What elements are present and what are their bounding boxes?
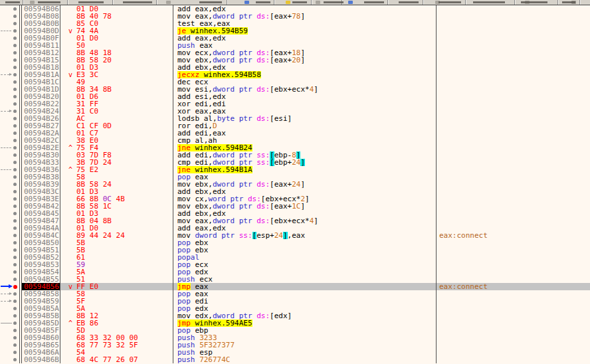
comment-cell[interactable] <box>437 64 590 71</box>
gutter-cell[interactable] <box>0 93 20 100</box>
disasm-row[interactable]: 00594B333B 7D 24cmp edi,dword ptr ss:[eb… <box>0 159 590 166</box>
bytes-cell[interactable]: 03 7D F8 <box>60 151 173 159</box>
bytes-cell[interactable]: 8B 48 18 <box>60 49 173 56</box>
disasm-row[interactable]: 00594B088B 40 78mov eax,dword ptr ds:[ea… <box>0 13 590 20</box>
address-cell[interactable]: 00594B18 <box>22 64 60 71</box>
instruction-cell[interactable]: pop ebx <box>173 239 437 246</box>
gutter-cell[interactable] <box>0 122 20 130</box>
disasm-row[interactable]: 00594B6568 77 73 32 5Fpush 5F327377 <box>0 341 590 349</box>
address-cell[interactable]: 00594B5B <box>22 312 60 319</box>
breakpoint-dot[interactable] <box>13 175 17 179</box>
instruction-cell[interactable]: add ebx,edx <box>173 64 437 71</box>
disasm-row[interactable]: 00594B3C01 D3add ebx,edx <box>0 188 590 195</box>
comment-cell[interactable] <box>437 254 590 261</box>
comment-cell[interactable] <box>437 56 590 64</box>
instruction-cell[interactable]: add ebx,edx <box>173 210 437 217</box>
address-cell[interactable]: 00594B24 <box>22 108 60 115</box>
address-cell[interactable]: 00594B55 <box>22 276 60 283</box>
breakpoint-dot[interactable] <box>13 37 17 40</box>
instruction-cell[interactable]: jne winhex.594B1A <box>173 166 437 173</box>
gutter-cell[interactable] <box>0 327 20 334</box>
bytes-cell[interactable]: 85 C0 <box>60 20 173 27</box>
comment-cell[interactable] <box>437 181 590 188</box>
comment-cell[interactable] <box>437 86 590 93</box>
instruction-cell[interactable]: add edi,dword ptr ss:[ebp-8] <box>173 151 437 159</box>
breakpoint-dot[interactable] <box>13 161 17 164</box>
bytes-cell[interactable]: 01 D3 <box>60 64 173 71</box>
gutter-cell[interactable] <box>0 181 20 188</box>
bytes-cell[interactable]: 51 <box>60 276 173 283</box>
bytes-cell[interactable]: 31 FF <box>60 100 173 108</box>
gutter-cell[interactable] <box>0 239 20 246</box>
bytes-cell[interactable]: 89 44 24 24 <box>60 232 173 239</box>
bytes-cell[interactable]: 5B <box>60 246 173 254</box>
address-cell[interactable]: 00594B2C <box>22 137 60 144</box>
disasm-row[interactable]: 00594B428B 58 1Cmov ebx,dword ptr ds:[ea… <box>0 203 590 210</box>
bytes-cell[interactable]: ^EB 86 <box>60 319 173 327</box>
instruction-cell[interactable]: cmp edi,dword ptr ss:[ebp+24] <box>173 159 437 166</box>
address-cell[interactable]: 00594B65 <box>22 341 60 349</box>
instruction-cell[interactable]: mov ebx,dword ptr ds:[eax+24] <box>173 181 437 188</box>
instruction-cell[interactable]: jmp eax <box>173 283 437 290</box>
address-cell[interactable]: 00594B0F <box>22 35 60 42</box>
address-cell[interactable]: 00594B1D <box>22 86 60 93</box>
disasm-row[interactable]: 00594B2431 C0xor eax,eax <box>0 108 590 115</box>
comment-cell[interactable] <box>437 349 590 356</box>
bytes-cell[interactable]: 01 D0 <box>60 225 173 232</box>
comment-cell[interactable] <box>437 217 590 225</box>
bytes-cell[interactable]: 01 C7 <box>60 130 173 137</box>
address-cell[interactable]: 00594B56 <box>22 283 60 290</box>
gutter-cell[interactable] <box>0 225 20 232</box>
comment-cell[interactable]: eax:connect <box>437 283 590 290</box>
bytes-cell[interactable]: 58 <box>60 290 173 298</box>
gutter-cell[interactable] <box>0 305 20 312</box>
address-cell[interactable]: 00594B59 <box>22 298 60 305</box>
address-cell[interactable]: 00594B45 <box>22 210 60 217</box>
instruction-cell[interactable]: push eax <box>173 42 437 49</box>
comment-cell[interactable] <box>437 78 590 86</box>
breakpoint-dot[interactable] <box>13 241 17 244</box>
breakpoint-dot[interactable] <box>13 197 17 201</box>
gutter-cell[interactable] <box>0 341 20 349</box>
address-cell[interactable]: 00594B51 <box>22 246 60 254</box>
disasm-row[interactable]: 00594B1AvE3 3Cjecxz winhex.594B58 <box>0 71 590 78</box>
comment-cell[interactable] <box>437 341 590 349</box>
gutter-cell[interactable] <box>0 232 20 239</box>
comment-cell[interactable] <box>437 49 590 56</box>
instruction-cell[interactable]: jmp winhex.594AE5 <box>173 319 437 327</box>
instruction-cell[interactable]: pop edx <box>173 268 437 276</box>
instruction-cell[interactable]: je winhex.594B59 <box>173 27 437 35</box>
breakpoint-dot[interactable] <box>13 307 17 310</box>
breakpoint-dot[interactable] <box>13 22 17 25</box>
gutter-cell[interactable] <box>0 203 20 210</box>
disasm-row[interactable]: 00594B6A54push esp <box>0 349 590 356</box>
disasm-row[interactable]: 00594B5F5Dpop ebp <box>0 327 590 334</box>
bytes-cell[interactable]: 61 <box>60 254 173 261</box>
bytes-cell[interactable]: 8B 58 1C <box>60 203 173 210</box>
gutter-cell[interactable] <box>0 290 20 298</box>
gutter-cell[interactable] <box>0 166 20 173</box>
breakpoint-dot[interactable] <box>13 190 17 193</box>
disasm-row[interactable]: 00594B26AClodsb al,byte ptr ds:[esi] <box>0 115 590 122</box>
disasm-row[interactable]: 00594B545Apop edx <box>0 268 590 276</box>
disasm-row[interactable]: 00594B5261popal <box>0 254 590 261</box>
breakpoint-dot[interactable] <box>13 343 17 347</box>
disasm-row[interactable]: 00594B5551push ecx <box>0 276 590 283</box>
breakpoint-dot[interactable] <box>13 66 17 69</box>
bytes-cell[interactable]: vFF E0 <box>60 283 173 290</box>
instruction-cell[interactable]: add esi,edx <box>173 93 437 100</box>
disasm-row[interactable]: 00594B4C89 44 24 24mov dword ptr ss:[esp… <box>0 232 590 239</box>
address-cell[interactable]: 00594B30 <box>22 151 60 159</box>
comment-cell[interactable] <box>437 276 590 283</box>
bytes-cell[interactable]: 5A <box>60 268 173 276</box>
gutter-cell[interactable] <box>0 151 20 159</box>
gutter-cell[interactable] <box>0 56 20 64</box>
breakpoint-dot[interactable] <box>13 88 17 91</box>
bytes-cell[interactable]: 8B 12 <box>60 312 173 319</box>
disasm-row[interactable]: 00594B515Bpop ebx <box>0 246 590 254</box>
disasm-row[interactable]: 00594B2001 D6add esi,edx <box>0 93 590 100</box>
breakpoint-dot[interactable] <box>13 73 17 76</box>
instruction-cell[interactable]: mov ebx,dword ptr ds:[eax+1C] <box>173 203 437 210</box>
address-cell[interactable]: 00594B3C <box>22 188 60 195</box>
breakpoint-dot[interactable] <box>13 15 17 18</box>
